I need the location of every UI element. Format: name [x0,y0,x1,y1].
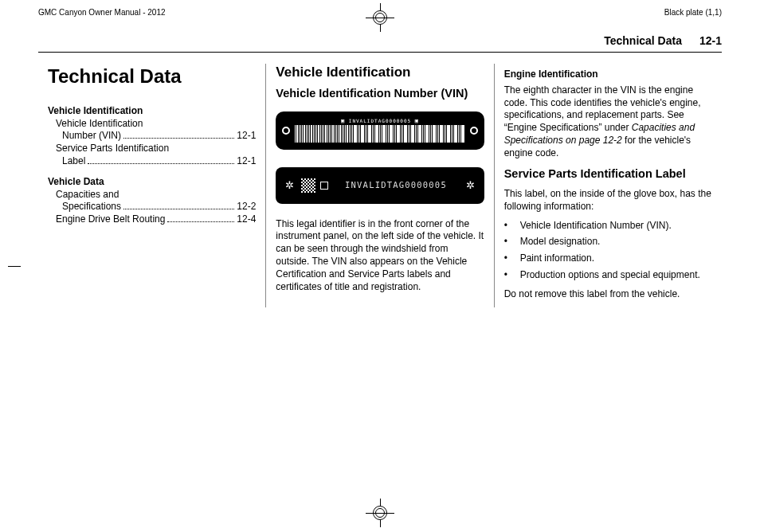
bullet-icon: • [504,236,520,248]
body-text: The eighth character in the VIN is the e… [504,84,712,160]
plate-label: Black plate (1,1) [664,8,722,17]
section-heading: Vehicle Identification [276,64,484,81]
square-mark-icon [320,182,328,190]
toc-label: Capacities and [48,189,119,201]
qr-icon [301,178,315,193]
toc-entry: Engine Drive Belt Routing 12-4 [48,213,256,226]
subsection-heading: Service Parts Identification Label [504,166,712,182]
list-item: •Model designation. [504,236,712,248]
running-pageno: 12-1 [699,34,722,47]
toc-leader [123,138,234,139]
toc-label: Service Parts Identification [48,143,169,155]
running-title: Technical Data [604,34,682,47]
body-text: This label, on the inside of the glove b… [504,188,712,213]
subsection-heading: Vehicle Identification Number (VIN) [276,86,484,101]
minor-heading: Engine Identification [504,68,712,81]
vin-top-text: ▣ INVALIDTAG0000005 ▣ [341,118,419,125]
toc-page: 12-4 [237,213,256,226]
toc-entry: Service Parts Identification Label 12-1 [48,143,256,168]
manual-title: GMC Canyon Owner Manual - 2012 [38,8,166,17]
toc-label: Number (VIN) [48,130,121,143]
column-1: Technical Data Vehicle Identification Ve… [38,64,265,307]
page-container: GMC Canyon Owner Manual - 2012 Black pla… [0,0,760,323]
crop-mark-top [366,3,394,32]
content-columns: Technical Data Vehicle Identification Ve… [38,64,722,307]
toc-entry: Capacities and Specifications 12-2 [48,189,256,214]
toc-label: Specifications [48,201,121,213]
toc-label: Engine Drive Belt Routing [48,213,165,226]
list-item: •Vehicle Identification Number (VIN). [504,220,712,233]
rivet-icon [470,127,478,135]
vin-plate-label: ✲ INVALIDTAG0000005 ✲ [276,167,484,204]
chapter-heading: Technical Data [48,64,256,89]
bullet-icon: • [504,269,520,282]
toc-page: 12-2 [237,201,256,213]
toc-label: Vehicle Identification [48,118,143,131]
list-item: •Paint information. [504,252,712,265]
body-text: Do not remove this label from the vehicl… [504,288,712,301]
toc-leader [123,209,234,209]
toc-page: 12-1 [237,130,256,143]
toc-head-vehicle-id: Vehicle Identification [48,105,256,118]
gear-icon: ✲ [464,178,478,193]
toc-label: Label [48,155,85,168]
toc-entry: Vehicle Identification Number (VIN) 12-1 [48,118,256,143]
crop-mark-left [8,266,21,267]
toc-head-vehicle-data: Vehicle Data [48,176,256,189]
info-list: •Vehicle Identification Number (VIN). •M… [504,220,712,282]
print-header: GMC Canyon Owner Manual - 2012 Black pla… [38,8,722,20]
gear-icon: ✲ [282,178,296,193]
toc-leader [88,163,234,164]
body-text: This legal identifier is in the front co… [276,218,484,294]
bullet-icon: • [504,252,520,265]
toc-page: 12-1 [237,155,256,168]
column-3: Engine Identification The eighth charact… [494,64,722,307]
rivet-icon [282,127,290,135]
column-2: Vehicle Identification Vehicle Identific… [265,64,493,307]
bullet-icon: • [504,220,520,233]
toc-leader [167,221,234,222]
vin-plate-barcode: ▣ INVALIDTAG0000005 ▣ [276,111,484,150]
vin-label-text: INVALIDTAG0000005 [333,180,458,191]
crop-mark-bottom [366,499,394,527]
barcode-icon [295,125,464,143]
list-item: •Production options and special equipmen… [504,269,712,282]
